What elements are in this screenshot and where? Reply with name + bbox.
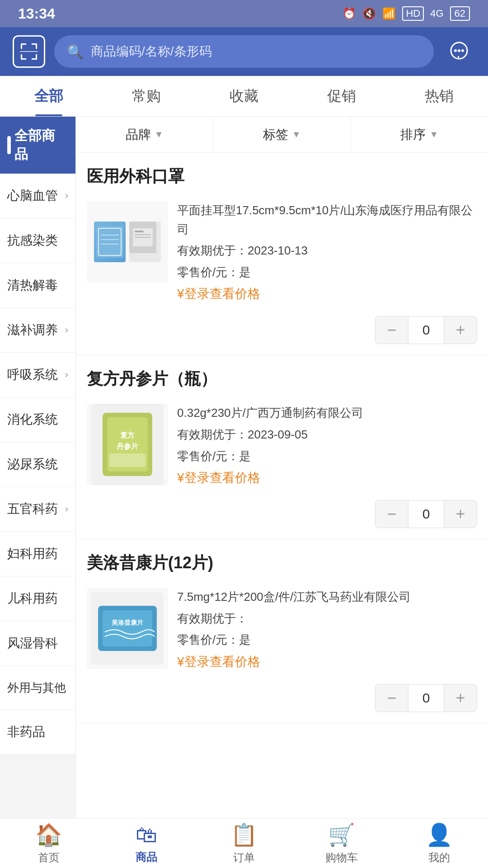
tags-filter-button[interactable]: 标签 ▼ (213, 117, 351, 152)
nav-home-label: 首页 (38, 850, 60, 865)
status-time: 13:34 (18, 5, 55, 22)
decrease-button-mask[interactable]: − (375, 316, 408, 344)
nav-profile[interactable]: 👤 我的 (390, 819, 488, 868)
scan-button[interactable] (13, 35, 45, 68)
svg-text:丹参片: 丹参片 (116, 442, 139, 450)
product-title-mask: 医用外科口罩 (76, 153, 488, 192)
dropdown-icon: ▼ (155, 129, 164, 140)
chevron-right-icon: › (65, 190, 68, 202)
filter-bar: 品牌 ▼ 标签 ▼ 排序 ▼ (76, 117, 488, 153)
dropdown-icon: ▼ (292, 129, 301, 140)
quantity-box-meloxicam: − 0 + (375, 684, 477, 712)
sidebar-item-gynecology[interactable]: 妇科用药 (0, 532, 75, 576)
sidebar-item-cardiovascular[interactable]: 心脑血管 › (0, 174, 75, 218)
product-card-meloxicam: 美洛昔康片 7.5mg*12片*200盒/件/江苏飞马药业有限公司 有效期优于：… (76, 579, 488, 679)
decrease-button-meloxicam[interactable]: − (375, 684, 408, 712)
battery-icon: 62 (450, 6, 470, 21)
home-icon: 🏠 (35, 822, 62, 848)
nav-products[interactable]: 🛍 商品 (98, 819, 195, 868)
svg-rect-20 (135, 231, 144, 232)
chat-button[interactable] (443, 35, 475, 68)
product-price-mask[interactable]: ¥登录查看价格 (177, 285, 477, 302)
bag-icon: 🛍 (136, 823, 157, 847)
sidebar-item-ent[interactable]: 五官科药 › (0, 487, 75, 532)
sidebar-header[interactable]: 全部商品 (0, 117, 75, 174)
product-retail-mask: 零售价/元：是 (177, 263, 477, 282)
product-validity-meloxicam: 有效期优于： (177, 609, 477, 628)
product-retail-danshen: 零售价/元：是 (177, 447, 477, 466)
sidebar-item-digestive[interactable]: 消化系统 (0, 397, 75, 442)
sidebar-item-heatclearing[interactable]: 清热解毒 (0, 263, 75, 308)
sidebar-item-rheumatology[interactable]: 风湿骨科 (0, 621, 75, 666)
tab-bestseller[interactable]: 热销 (390, 76, 488, 116)
bottom-navigation: 🏠 首页 🛍 商品 📋 订单 🛒 购物车 👤 我的 (0, 818, 488, 868)
category-sidebar: 全部商品 心脑血管 › 抗感染类 清热解毒 滋补调养 › 呼吸系统 › 消化系统… (0, 117, 76, 818)
tags-filter-label: 标签 (263, 126, 288, 143)
sidebar-item-urinary[interactable]: 泌尿系统 (0, 442, 75, 487)
wifi-icon: 📶 (382, 7, 396, 20)
search-bar[interactable]: 🔍 商品编码/名称/条形码 (54, 35, 434, 68)
quantity-value-danshen: 0 (408, 500, 444, 528)
increase-button-meloxicam[interactable]: + (444, 684, 477, 712)
sidebar-item-pediatrics[interactable]: 儿科用药 (0, 576, 75, 621)
svg-rect-3 (36, 43, 37, 49)
tab-frequent[interactable]: 常购 (98, 76, 195, 116)
svg-rect-5 (21, 54, 22, 60)
product-validity-mask: 有效期优于：2023-10-13 (177, 241, 477, 260)
product-image-mask[interactable] (87, 201, 168, 283)
product-list: 品牌 ▼ 标签 ▼ 排序 ▼ 医用外科口罩 (76, 117, 488, 818)
sidebar-item-tonifying[interactable]: 滋补调养 › (0, 308, 75, 353)
orders-icon: 📋 (230, 822, 258, 848)
search-icon: 🔍 (67, 44, 84, 60)
svg-rect-28 (109, 453, 145, 467)
increase-button-danshen[interactable]: + (444, 500, 477, 528)
tab-all[interactable]: 全部 (0, 76, 98, 116)
brand-filter-button[interactable]: 品牌 ▼ (76, 117, 213, 152)
quantity-box-danshen: − 0 + (375, 500, 477, 528)
tab-promotions[interactable]: 促销 (293, 76, 390, 116)
nav-cart-label: 购物车 (325, 850, 358, 865)
nav-orders-label: 订单 (233, 850, 255, 865)
product-card-mask: 平面挂耳型17.5cm*9.5cm*10片/山东海成医疗用品有限公司 有效期优于… (76, 192, 488, 311)
tab-favorites[interactable]: 收藏 (195, 76, 293, 116)
sidebar-item-respiratory[interactable]: 呼吸系统 › (0, 353, 75, 397)
svg-rect-7 (36, 54, 37, 60)
dropdown-icon: ▼ (429, 129, 438, 140)
nav-cart[interactable]: 🛒 购物车 (293, 819, 390, 868)
svg-point-12 (461, 49, 464, 52)
product-section-mask: 医用外科口罩 (76, 153, 488, 355)
svg-text:美洛昔康片: 美洛昔康片 (111, 619, 143, 626)
hd-badge: HD (402, 6, 424, 21)
nav-profile-label: 我的 (428, 850, 450, 865)
product-desc-mask: 平面挂耳型17.5cm*9.5cm*10片/山东海成医疗用品有限公司 (177, 201, 477, 239)
chevron-right-icon: › (65, 369, 68, 381)
quantity-control-meloxicam: − 0 + (76, 679, 488, 723)
sort-button[interactable]: 排序 ▼ (351, 117, 488, 152)
product-desc-danshen: 0.32g*230片/广西万通制药有限公司 (177, 404, 477, 423)
svg-text:复方: 复方 (120, 431, 135, 439)
sidebar-item-nondrug[interactable]: 非药品 (0, 710, 75, 755)
sidebar-item-antiinfection[interactable]: 抗感染类 (0, 218, 75, 263)
product-image-meloxicam[interactable]: 美洛昔康片 (87, 588, 168, 669)
product-price-meloxicam[interactable]: ¥登录查看价格 (177, 653, 477, 670)
product-retail-meloxicam: 零售价/元：是 (177, 631, 477, 650)
product-image-danshen[interactable]: 复方 丹参片 (87, 404, 168, 485)
product-price-danshen[interactable]: ¥登录查看价格 (177, 469, 477, 486)
chevron-right-icon: › (65, 503, 68, 515)
nav-orders[interactable]: 📋 订单 (195, 819, 293, 868)
alarm-icon: ⏰ (343, 7, 356, 20)
quantity-control-danshen: − 0 + (76, 495, 488, 539)
decrease-button-danshen[interactable]: − (375, 500, 408, 528)
signal-icon: 4G (430, 8, 443, 19)
svg-point-11 (458, 49, 460, 52)
brand-filter-label: 品牌 (126, 126, 151, 143)
nav-home[interactable]: 🏠 首页 (0, 819, 98, 868)
tab-navigation: 全部 常购 收藏 促销 热销 (0, 76, 488, 117)
quantity-box-mask: − 0 + (375, 316, 477, 344)
increase-button-mask[interactable]: + (444, 316, 477, 344)
quantity-value-meloxicam: 0 (408, 684, 444, 712)
status-bar: 13:34 ⏰ 🔇 📶 HD 4G 62 (0, 0, 488, 27)
nav-products-label: 商品 (136, 850, 157, 864)
sidebar-item-external[interactable]: 外用与其他 (0, 666, 75, 710)
product-card-danshen: 复方 丹参片 0.32g*230片/广西万通制药有限公司 有效期优于：2023-… (76, 395, 488, 495)
